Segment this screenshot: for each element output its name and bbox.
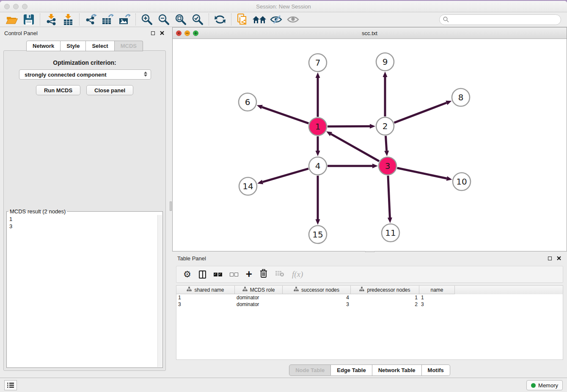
zoom-out-button[interactable] — [155, 13, 172, 26]
export-network-icon — [84, 14, 97, 25]
mcds-result-list: 13 — [7, 215, 162, 230]
table-cell[interactable]: 3 — [419, 301, 455, 308]
close-panel-icon[interactable] — [159, 30, 165, 36]
select-all-columns-icon[interactable] — [214, 273, 222, 276]
tab-network[interactable]: Network — [26, 41, 61, 51]
arrowhead-2-9 — [383, 72, 388, 77]
close-panel-button[interactable]: Close panel — [86, 85, 133, 95]
column-header-MCDS-role[interactable]: MCDS role — [235, 286, 283, 294]
search-container — [439, 14, 561, 25]
column-header-name[interactable]: name — [419, 286, 455, 294]
network-window-controls — [176, 30, 198, 36]
function-builder-icon[interactable]: f(x) — [292, 270, 303, 279]
delete-column-icon[interactable] — [260, 269, 267, 280]
edge-3-11[interactable] — [388, 176, 390, 218]
show-all-button[interactable] — [285, 13, 302, 26]
task-history-button[interactable] — [4, 380, 17, 390]
export-table-button[interactable] — [99, 13, 116, 26]
shared-column-icon — [242, 287, 248, 293]
table-cell[interactable]: 3 — [283, 301, 351, 308]
export-network-button[interactable] — [82, 13, 99, 26]
arrowhead-1-2 — [370, 124, 375, 129]
deselect-all-columns-icon[interactable] — [230, 273, 238, 276]
table-cell[interactable]: 1 — [351, 294, 419, 301]
memory-status-icon — [531, 383, 536, 388]
float-panel-icon[interactable] — [150, 30, 156, 36]
node-label-1: 1 — [315, 121, 321, 132]
optimization-criterion-select[interactable]: strongly connected component — [19, 69, 151, 80]
zoom-selected-button[interactable] — [189, 13, 206, 26]
column-header-shared-name[interactable]: shared name — [176, 286, 235, 294]
table-cell[interactable]: dominator — [235, 294, 283, 301]
table-cell[interactable]: 2 — [351, 301, 419, 308]
mcds-result-box: MCDS result (2 nodes) 13 — [6, 208, 163, 368]
run-mcds-button[interactable]: Run MCDS — [36, 85, 80, 95]
import-network-icon — [45, 14, 57, 25]
table-cell[interactable]: dominator — [235, 301, 283, 308]
toolbar-separator — [79, 14, 80, 25]
optimization-criterion-label: Optimization criterion: — [4, 59, 165, 66]
edge-1-6[interactable] — [262, 107, 308, 124]
refresh-view-button[interactable] — [212, 13, 228, 26]
node-label-14: 14 — [242, 181, 253, 191]
column-header-label: MCDS role — [250, 287, 275, 293]
vertical-splitter[interactable] — [169, 27, 172, 378]
tab-mcds[interactable]: MCDS — [115, 41, 143, 51]
float-table-panel-icon[interactable] — [547, 255, 553, 261]
tab-style[interactable]: Style — [61, 41, 86, 51]
new-network-from-selection-button[interactable] — [234, 13, 251, 26]
network-graph: 7968124314101511 — [173, 39, 567, 251]
hide-selected-button[interactable] — [268, 13, 285, 26]
memory-button[interactable]: Memory — [526, 380, 563, 390]
table-row[interactable]: 3dominator323 — [176, 301, 563, 308]
table-settings-icon[interactable] — [183, 269, 191, 279]
arrowhead-4-14 — [257, 180, 263, 185]
node-table[interactable]: shared nameMCDS rolesuccessor nodesprede… — [176, 285, 563, 360]
open-session-button[interactable] — [3, 13, 20, 26]
save-session-button[interactable] — [20, 13, 37, 26]
toolbar-separator — [231, 14, 231, 25]
import-network-button[interactable] — [43, 13, 60, 26]
table-tab-motifs[interactable]: Motifs — [422, 364, 450, 376]
column-header-successor-nodes[interactable]: successor nodes — [283, 286, 351, 294]
import-table-button[interactable] — [60, 13, 77, 26]
table-tab-edge-table[interactable]: Edge Table — [331, 364, 372, 376]
close-table-panel-icon[interactable] — [556, 255, 562, 261]
export-image-button[interactable] — [116, 13, 133, 26]
arrowhead-4-15 — [316, 219, 320, 225]
node-label-9: 9 — [383, 57, 388, 67]
edge-3-10[interactable] — [397, 168, 447, 179]
node-label-2: 2 — [383, 121, 388, 131]
dropdown-value: strongly connected component — [25, 72, 107, 78]
table-row[interactable]: 1dominator411 — [176, 294, 563, 301]
table-tab-node-table[interactable]: Node Table — [289, 364, 331, 376]
table-cell[interactable]: 1 — [419, 294, 455, 301]
minimize-view-icon[interactable] — [184, 30, 190, 36]
table-cell[interactable]: 4 — [283, 294, 351, 301]
control-panel-tabs: NetworkStyleSelectMCDS — [0, 41, 169, 51]
table-tab-network-table[interactable]: Network Table — [372, 364, 422, 376]
edge-4-14[interactable] — [263, 168, 308, 182]
network-canvas[interactable]: 7968124314101511 — [173, 39, 567, 251]
close-view-icon[interactable] — [176, 30, 182, 36]
add-column-icon[interactable] — [246, 270, 252, 279]
zoom-view-icon[interactable] — [193, 30, 198, 36]
edge-1-2[interactable] — [328, 126, 370, 127]
list-icon — [7, 382, 14, 388]
table-cell[interactable]: 1 — [176, 294, 235, 301]
zoom-in-button[interactable] — [138, 13, 155, 26]
show-columns-icon[interactable] — [199, 271, 206, 279]
column-header-predecessor-nodes[interactable]: predecessor nodes — [351, 286, 419, 294]
arrowhead-2-3 — [384, 151, 389, 156]
first-neighbors-button[interactable] — [251, 13, 268, 26]
table-cell[interactable]: 3 — [176, 301, 235, 308]
edge-2-3[interactable] — [385, 136, 386, 151]
edge-2-8[interactable] — [394, 103, 447, 123]
search-input[interactable] — [439, 14, 561, 25]
tab-select[interactable]: Select — [86, 41, 114, 51]
delete-table-icon-disabled — [275, 270, 284, 279]
result-scrollbar[interactable] — [157, 215, 162, 367]
zoom-fit-button[interactable] — [172, 13, 189, 26]
edge-3-1[interactable] — [331, 134, 379, 161]
splitter-grip[interactable] — [170, 202, 172, 211]
